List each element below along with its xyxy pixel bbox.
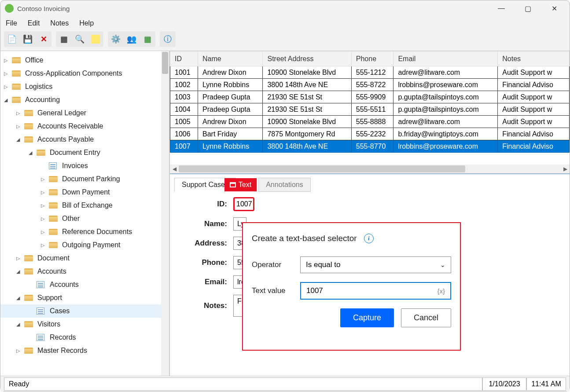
- users-button[interactable]: 👥: [125, 32, 139, 46]
- expand-closed-icon[interactable]: ▷: [16, 348, 22, 354]
- cell-name: Andrew Dixon: [198, 66, 263, 79]
- tree-item-outgoing-payment[interactable]: ▷Outgoing Payment: [0, 238, 169, 252]
- menu-file[interactable]: File: [6, 19, 17, 27]
- column-header-street-address[interactable]: Street Address: [263, 51, 351, 66]
- tree-item-accounts-payable[interactable]: ◢Accounts Payable: [0, 133, 169, 146]
- scroll-right-icon[interactable]: ▶: [561, 166, 570, 172]
- menu-notes[interactable]: Notes: [50, 19, 69, 27]
- tree-item-master-records[interactable]: ▷Master Records: [0, 344, 169, 357]
- tree-item-down-payment[interactable]: ▷Down Payment: [0, 186, 169, 199]
- table-row[interactable]: 1003Pradeep Gupta21930 SE 51st St555-990…: [170, 91, 570, 103]
- grid-button[interactable]: ▦: [57, 32, 71, 46]
- expand-closed-icon[interactable]: ▷: [41, 229, 47, 235]
- tree-item-document-entry[interactable]: ◢Document Entry: [0, 146, 169, 159]
- expand-closed-icon[interactable]: ▷: [41, 203, 47, 209]
- document-icon: [37, 281, 44, 288]
- folder-icon: [24, 123, 33, 129]
- tree-scrollbar[interactable]: [161, 51, 169, 376]
- tab-annotations[interactable]: Annotations: [258, 178, 311, 192]
- expand-closed-icon[interactable]: ▷: [16, 124, 22, 129]
- tree-item-cross-application-components[interactable]: ▷Cross-Application Components: [0, 67, 169, 80]
- expand-closed-icon[interactable]: ▷: [16, 110, 22, 116]
- expand-open-icon[interactable]: ◢: [16, 269, 22, 275]
- cell-email: lrobbins@proseware.com: [393, 140, 498, 153]
- expand-closed-icon[interactable]: ▷: [4, 84, 10, 90]
- expand-closed-icon[interactable]: ▷: [4, 71, 10, 77]
- tree-item-logistics[interactable]: ▷Logistics: [0, 80, 169, 93]
- tree-item-reference-documents[interactable]: ▷Reference Documents: [0, 225, 169, 238]
- tree-label: Master Records: [37, 347, 87, 355]
- id-field[interactable]: 1007: [233, 197, 254, 211]
- cell-phone: 555-8770: [351, 140, 393, 153]
- capture-button[interactable]: Capture: [340, 308, 394, 327]
- tree-item-invoices[interactable]: Invoices: [0, 159, 169, 172]
- table-row[interactable]: 1004Pradeep Gupta21930 SE 51st St555-551…: [170, 103, 570, 116]
- note-button[interactable]: [91, 35, 100, 44]
- cell-email: p.gupta@tailspintoys.com: [393, 91, 498, 103]
- status-date: 1/10/2023: [482, 377, 526, 391]
- maximize-button[interactable]: ▢: [521, 4, 534, 13]
- variable-icon[interactable]: {x}: [437, 287, 445, 295]
- tree-item-records[interactable]: Records: [0, 331, 169, 344]
- expand-open-icon[interactable]: ◢: [16, 137, 22, 143]
- column-header-id[interactable]: ID: [170, 51, 198, 66]
- minimize-button[interactable]: —: [495, 4, 508, 13]
- tree-item-accounts[interactable]: ◢Accounts: [0, 265, 169, 278]
- delete-button[interactable]: ✕: [37, 32, 51, 46]
- info-button[interactable]: ⓘ: [161, 32, 175, 46]
- expand-closed-icon[interactable]: ▷: [41, 176, 47, 182]
- operator-dropdown[interactable]: Is equal to ⌄: [300, 256, 451, 273]
- cell-name: Pradeep Gupta: [198, 103, 263, 116]
- status-time: 11:41 AM: [526, 377, 566, 391]
- tree-item-support[interactable]: ◢Support: [0, 291, 169, 304]
- table-row[interactable]: 1006Bart Friday7875 Montgomery Rd555-223…: [170, 128, 570, 140]
- expand-closed-icon[interactable]: ▷: [41, 190, 47, 195]
- menu-edit[interactable]: Edit: [28, 19, 40, 27]
- table-row[interactable]: 1002Lynne Robbins3800 148th Ave NE555-87…: [170, 79, 570, 91]
- tree-item-general-ledger[interactable]: ▷General Ledger: [0, 106, 169, 120]
- tree-item-visitors[interactable]: ◢Visitors: [0, 318, 169, 331]
- table-row[interactable]: 1005Andrew Dixon10900 Stonelake Blvd555-…: [170, 116, 570, 128]
- tree-item-accounts[interactable]: Accounts: [0, 278, 169, 291]
- textvalue-input[interactable]: 1007 {x}: [300, 282, 451, 300]
- column-header-name[interactable]: Name: [198, 51, 263, 66]
- close-button[interactable]: ✕: [548, 4, 561, 13]
- column-header-phone[interactable]: Phone: [351, 51, 393, 66]
- expand-closed-icon[interactable]: ▷: [41, 242, 47, 248]
- scroll-left-icon[interactable]: ◀: [170, 166, 179, 172]
- tree-item-cases[interactable]: Cases: [0, 304, 169, 318]
- column-header-email[interactable]: Email: [393, 51, 498, 66]
- expand-open-icon[interactable]: ◢: [4, 97, 10, 103]
- tree-item-document-parking[interactable]: ▷Document Parking: [0, 172, 169, 186]
- cell-name: Andrew Dixon: [198, 116, 263, 128]
- expand-closed-icon[interactable]: ▷: [41, 216, 47, 222]
- expand-open-icon[interactable]: ◢: [16, 322, 22, 327]
- expand-closed-icon[interactable]: ▷: [4, 58, 10, 63]
- search-button[interactable]: 🔍: [73, 32, 87, 46]
- folder-icon: [49, 176, 58, 182]
- cancel-button[interactable]: Cancel: [401, 308, 451, 327]
- column-header-notes[interactable]: Notes: [498, 51, 570, 66]
- tree-item-other[interactable]: ▷Other: [0, 212, 169, 225]
- expand-closed-icon[interactable]: ▷: [16, 256, 22, 261]
- info-icon[interactable]: i: [364, 234, 374, 243]
- grid-hscrollbar[interactable]: ◀ ▶: [170, 165, 570, 173]
- tree-item-office[interactable]: ▷Office: [0, 54, 169, 67]
- settings-button[interactable]: ⚙️: [109, 32, 123, 46]
- tree-item-accounts-receivable[interactable]: ▷Accounts Receivable: [0, 120, 169, 133]
- table-row[interactable]: 1007Lynne Robbins3800 148th Ave NE555-87…: [170, 140, 570, 153]
- tree-item-bill-of-exchange[interactable]: ▷Bill of Exchange: [0, 199, 169, 212]
- expand-open-icon[interactable]: ◢: [29, 150, 35, 156]
- tree-item-accounting[interactable]: ◢Accounting: [0, 93, 169, 106]
- expand-open-icon[interactable]: ◢: [16, 295, 22, 301]
- menu-help[interactable]: Help: [79, 19, 94, 27]
- save-button[interactable]: 💾: [21, 32, 35, 46]
- tree-item-document[interactable]: ▷Document: [0, 252, 169, 265]
- folder-icon: [24, 348, 33, 354]
- new-button[interactable]: 📄: [5, 32, 19, 46]
- table-row[interactable]: 1001Andrew Dixon10900 Stonelake Blvd555-…: [170, 66, 570, 79]
- window-icon: [230, 182, 236, 187]
- cell-id: 1001: [170, 66, 198, 79]
- cell-phone: 555-2232: [351, 128, 393, 140]
- export-excel-button[interactable]: ▦: [140, 32, 154, 46]
